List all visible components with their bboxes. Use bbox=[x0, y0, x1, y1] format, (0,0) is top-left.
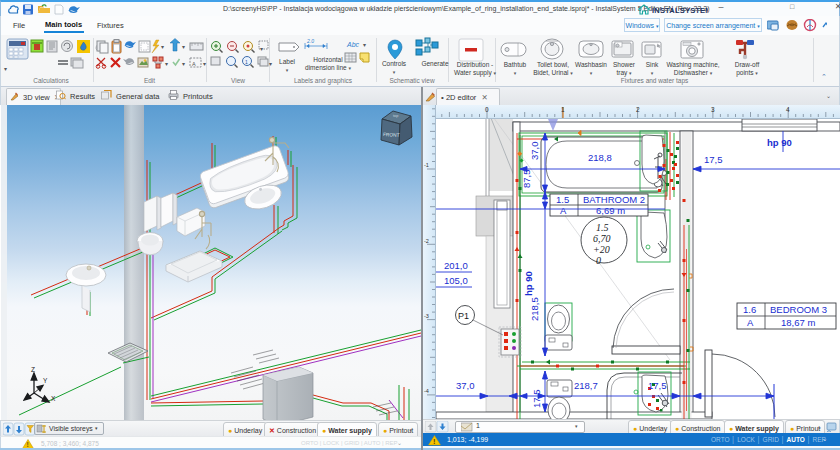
svg-text:1.5: 1.5 bbox=[556, 194, 569, 205]
svg-text:6,69 m: 6,69 m bbox=[596, 205, 625, 216]
svg-text:1.6: 1.6 bbox=[743, 304, 756, 315]
svg-text:17,5: 17,5 bbox=[648, 380, 667, 391]
svg-text:▾: ▾ bbox=[260, 46, 263, 52]
svg-text:105,0: 105,0 bbox=[444, 275, 468, 286]
svg-text:▾: ▾ bbox=[182, 44, 185, 50]
svg-text:Z: Z bbox=[31, 366, 35, 373]
svg-text:17,5: 17,5 bbox=[704, 154, 723, 165]
svg-text:▾: ▾ bbox=[363, 42, 366, 48]
svg-text:Abc: Abc bbox=[346, 41, 360, 48]
svg-text:37,0: 37,0 bbox=[529, 142, 540, 161]
svg-text:4: 4 bbox=[786, 106, 790, 113]
svg-text:1: 1 bbox=[245, 59, 248, 65]
svg-text:2: 2 bbox=[636, 106, 640, 113]
svg-text:-3: -3 bbox=[424, 313, 429, 319]
svg-text:218,7: 218,7 bbox=[574, 380, 598, 391]
svg-text:BEDROOM 3: BEDROOM 3 bbox=[770, 304, 827, 315]
svg-text:A: A bbox=[560, 205, 567, 216]
svg-text:hp 90: hp 90 bbox=[523, 271, 534, 296]
svg-text:18,67 m: 18,67 m bbox=[781, 317, 815, 328]
svg-text:1.5: 1.5 bbox=[596, 222, 609, 233]
svg-text:X: X bbox=[51, 395, 56, 402]
svg-text:▾: ▾ bbox=[161, 44, 164, 50]
svg-text:87,5: 87,5 bbox=[521, 170, 532, 189]
svg-text:37,0: 37,0 bbox=[456, 380, 475, 391]
svg-text:A: A bbox=[192, 61, 196, 67]
svg-text:218,8: 218,8 bbox=[588, 152, 612, 163]
svg-text:FRONT: FRONT bbox=[383, 132, 400, 138]
svg-text:201,0: 201,0 bbox=[444, 260, 468, 271]
svg-text:BATHROOM 2: BATHROOM 2 bbox=[583, 194, 645, 205]
svg-text:218,5: 218,5 bbox=[529, 297, 540, 321]
svg-text:-1: -1 bbox=[424, 162, 429, 168]
svg-text:top: top bbox=[393, 114, 398, 118]
svg-text:▾: ▾ bbox=[4, 66, 7, 72]
svg-text:6,70: 6,70 bbox=[593, 233, 611, 244]
svg-text:0: 0 bbox=[596, 255, 601, 266]
svg-text:2.0: 2.0 bbox=[306, 38, 314, 44]
svg-text:INSTALSYSTEM: INSTALSYSTEM bbox=[652, 6, 708, 15]
svg-text:0: 0 bbox=[485, 106, 489, 113]
svg-text:▾: ▾ bbox=[165, 61, 168, 67]
svg-text:+20: +20 bbox=[593, 244, 610, 255]
svg-text:▾: ▾ bbox=[182, 61, 185, 67]
svg-text:Y: Y bbox=[43, 377, 48, 384]
svg-text:-2: -2 bbox=[424, 238, 429, 244]
svg-text:!: ! bbox=[433, 436, 436, 445]
svg-text:1: 1 bbox=[561, 106, 565, 113]
svg-text:A: A bbox=[747, 317, 754, 328]
svg-text:3: 3 bbox=[711, 106, 715, 113]
svg-text:P1: P1 bbox=[458, 311, 469, 321]
svg-text:▾: ▾ bbox=[269, 61, 272, 67]
svg-text:-4: -4 bbox=[424, 388, 429, 394]
svg-text:▾: ▾ bbox=[203, 61, 206, 67]
svg-text:17,5: 17,5 bbox=[531, 390, 542, 409]
svg-text:hp 90: hp 90 bbox=[767, 137, 792, 148]
